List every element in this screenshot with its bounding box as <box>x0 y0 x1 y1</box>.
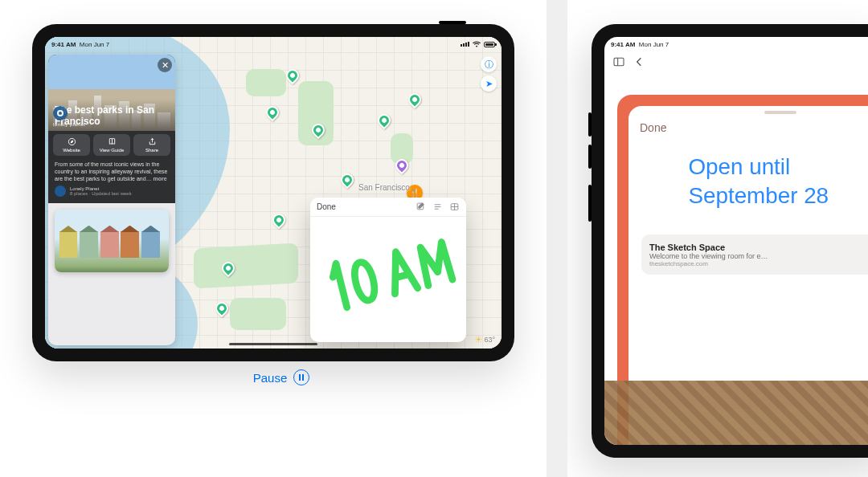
guide-source-meta: 8 places · Updated last week <box>70 191 132 196</box>
quick-note-done-button[interactable]: Done <box>317 202 336 211</box>
map-weather-temp: 63° <box>484 336 495 344</box>
status-time: 9:41 AM <box>51 41 76 48</box>
svg-line-7 <box>477 341 477 342</box>
guide-viewguide-button[interactable]: View Guide <box>93 134 130 156</box>
note-ink-area[interactable]: Open until September 28 <box>628 141 868 230</box>
map-info-button[interactable]: ⓘ <box>481 56 497 72</box>
map-park-ggpark <box>194 243 298 289</box>
map-park-block <box>230 298 286 330</box>
guide-icon <box>108 137 117 146</box>
status-time: 9:41 AM <box>611 41 635 48</box>
map-locate-button[interactable]: ➤ <box>481 75 497 92</box>
battery-icon <box>484 42 495 47</box>
device-volume-buttons <box>439 21 466 24</box>
page-divider <box>547 0 567 477</box>
info-icon: ⓘ <box>485 59 493 71</box>
link-card-desc: Welcome to the viewing room for e… <box>649 252 868 260</box>
svg-line-8 <box>480 337 481 338</box>
quick-note-header: Done <box>310 198 466 217</box>
format-icon[interactable] <box>432 202 443 212</box>
guide-website-button[interactable]: Website <box>53 134 90 156</box>
guide-source-row[interactable]: Lonely Planet 8 places · Updated last we… <box>48 182 175 203</box>
chip-label: Website <box>63 148 80 153</box>
safari-page-background <box>604 381 868 445</box>
status-bar: 9:41 AM Mon Jun 7 <box>45 37 502 51</box>
link-card-domain: thesketchspace.com <box>649 260 868 267</box>
publisher-badge: lonely planet <box>53 106 85 127</box>
link-card-title: The Sketch Space <box>649 243 868 252</box>
chip-label: View Guide <box>100 148 125 153</box>
guide-place-thumbnail[interactable] <box>55 210 169 272</box>
device-vol-up <box>588 112 592 137</box>
guide-more-link[interactable]: more <box>154 176 167 181</box>
guide-share-button[interactable]: Share <box>133 134 170 156</box>
pause-label: Pause <box>253 371 288 385</box>
pause-button[interactable]: Pause <box>32 369 530 385</box>
pause-icon <box>293 369 309 385</box>
back-icon[interactable] <box>633 55 646 68</box>
note-link-card[interactable]: The Sketch Space Welcome to the viewing … <box>641 234 868 275</box>
sidebar-icon[interactable] <box>612 55 625 68</box>
note-ink-line1: Open until <box>688 154 790 179</box>
compass-icon <box>68 137 76 146</box>
ipad-screen-b: 9:41 AM Mon Jun 7 Done <box>604 37 868 445</box>
signal-icon <box>461 42 469 47</box>
svg-point-0 <box>477 338 480 340</box>
svg-line-5 <box>477 337 477 338</box>
status-date: Mon Jun 7 <box>80 41 109 48</box>
note-done-button[interactable]: Done <box>640 121 666 134</box>
close-icon: ✕ <box>162 60 169 71</box>
svg-rect-18 <box>614 58 624 65</box>
svg-line-6 <box>480 341 481 342</box>
map-city-label: San Francisco <box>358 183 410 192</box>
quick-note-canvas[interactable]: 10 AM <box>310 217 466 342</box>
compose-icon[interactable] <box>416 202 426 212</box>
guide-hero-image: lonely planet The best parks in San Fran… <box>48 55 175 131</box>
share-icon <box>148 137 157 146</box>
device-side-button <box>588 185 592 222</box>
status-bar: 9:41 AM Mon Jun 7 <box>604 37 868 51</box>
note-ink-line2: September 28 <box>688 183 829 208</box>
wifi-icon <box>473 41 481 47</box>
map-park-block <box>246 69 286 96</box>
home-indicator[interactable] <box>229 343 317 345</box>
ipad-landscape-device: 🍴 San Francisco ⓘ ➤ 63° 9:41 AM Mon Jun … <box>32 24 514 361</box>
ipad-portrait-device: 9:41 AM Mon Jun 7 Done <box>592 24 868 458</box>
safari-toolbar <box>604 51 868 72</box>
locate-icon: ➤ <box>485 79 493 89</box>
ipad-screen-a: 🍴 San Francisco ⓘ ➤ 63° 9:41 AM Mon Jun … <box>45 37 502 349</box>
maps-guide-card: ✕ lonely planet <box>48 55 175 345</box>
chip-label: Share <box>145 148 158 153</box>
sun-icon <box>475 336 482 343</box>
close-button[interactable]: ✕ <box>158 58 172 72</box>
publisher-avatar-icon <box>55 186 66 197</box>
status-date: Mon Jun 7 <box>639 41 669 48</box>
quick-note-window[interactable]: Done <box>310 198 466 342</box>
table-icon[interactable] <box>449 202 460 212</box>
map-weather-badge: 63° <box>475 336 495 344</box>
guide-blurb: From some of the most iconic views in th… <box>48 159 175 182</box>
device-vol-down <box>588 145 592 169</box>
